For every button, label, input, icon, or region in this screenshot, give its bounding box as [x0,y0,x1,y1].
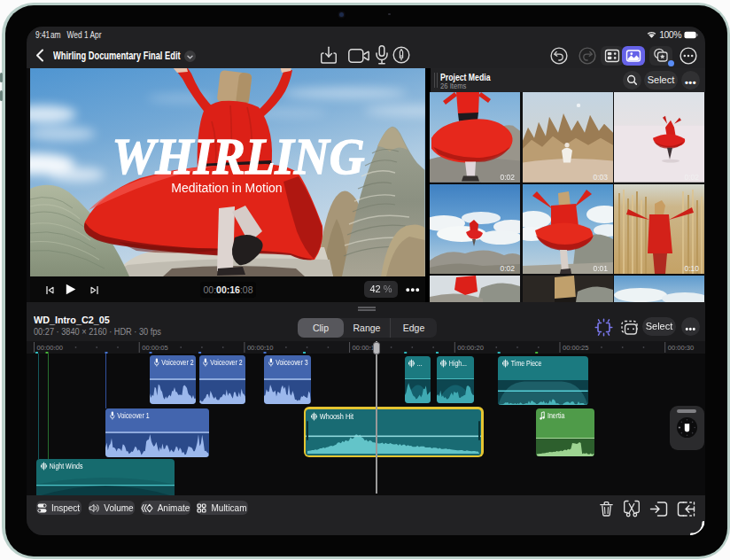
svg-text:0:03: 0:03 [593,173,608,182]
svg-text:0:02: 0:02 [500,173,515,182]
svg-text:0:10: 0:10 [684,264,699,273]
svg-text:0:02: 0:02 [684,173,699,182]
svg-text:Meditation in Motion: Meditation in Motion [171,181,282,195]
svg-text:0:02: 0:02 [500,264,515,273]
svg-text:0:01: 0:01 [593,264,608,273]
svg-text:WHIRLING: WHIRLING [113,129,365,184]
